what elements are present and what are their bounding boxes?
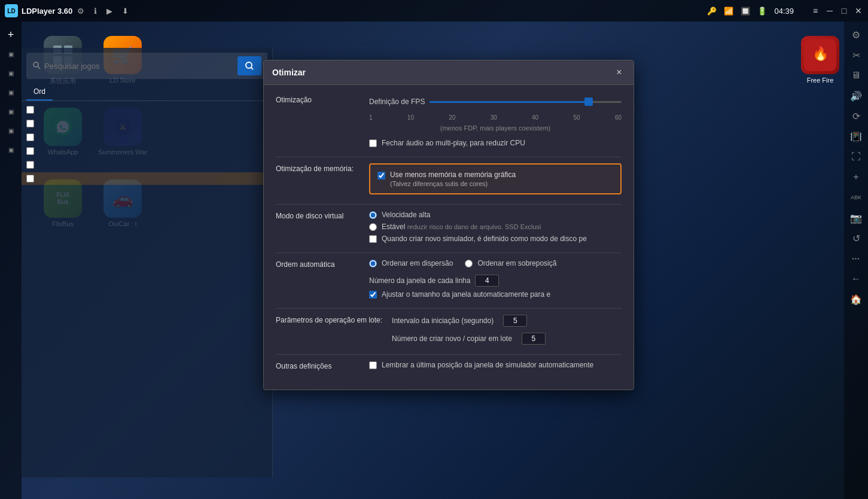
fps-tick-20: 20 (449, 114, 455, 121)
info-icon[interactable]: ℹ (94, 7, 97, 16)
right-icon-settings[interactable]: ⚙ (848, 26, 864, 43)
settings-icon[interactable]: ⚙ (77, 7, 84, 16)
modal-body: Otimização Definição de FPS 1 10 20 30 (264, 85, 634, 390)
right-icon-rotate[interactable]: ⟳ (848, 108, 864, 124)
search-icon (32, 61, 41, 71)
fps-label: Definição de FPS (369, 98, 425, 106)
right-icon-back[interactable]: ← (848, 270, 864, 287)
right-icon-capture[interactable]: 📷 (848, 209, 864, 226)
right-icon-fullscreen[interactable]: ⛶ (848, 148, 864, 165)
janela-input[interactable] (475, 275, 499, 287)
fps-setting-content: Definição de FPS 1 10 20 30 40 50 (369, 95, 622, 147)
dispersao-label: Ordenar em dispersão (382, 259, 453, 267)
estavel-radio[interactable] (369, 223, 377, 231)
search-bar (26, 53, 267, 79)
battery-icon: 🔋 (757, 7, 767, 16)
right-icon-cut[interactable]: ✂ (848, 47, 864, 63)
sidebar-item-3[interactable]: ▣ (2, 84, 19, 101)
sobreposicao-radio[interactable] (465, 260, 473, 267)
right-icon-screen[interactable]: 🖥 (848, 67, 864, 84)
right-icon-more[interactable]: ••• (848, 250, 864, 267)
intervalo-input[interactable] (503, 315, 527, 327)
right-icon-abk[interactable]: ABK (848, 189, 864, 206)
fps-setting-row: Otimização Definição de FPS 1 10 20 30 (276, 95, 622, 147)
freefire-icon: 🔥 (801, 36, 839, 74)
estavel-label: Estável reduzir risco do dano de arquivo… (382, 223, 541, 231)
sobreposicao-row: Ordenar em sobreposiçã (465, 259, 556, 267)
novo-sim-checkbox[interactable] (369, 235, 377, 243)
divider-4 (276, 308, 622, 309)
novo-sim-row: Quando criar novo simulador, é definido … (369, 235, 622, 243)
modal-title: Otimizar (272, 68, 306, 77)
sidebar-item-6[interactable]: ▣ (2, 141, 19, 158)
right-icon-volume[interactable]: 🔊 (848, 87, 864, 104)
desktop-icon-freefire[interactable]: 🔥 Free Fire (801, 36, 839, 84)
fps-thumb[interactable] (584, 98, 593, 106)
auto-label: Ajustar o tamanho da janela automaticame… (382, 290, 550, 299)
memoria-check-sublabel: (Talvez diferenças sutis de cores) (390, 180, 516, 187)
close-btn[interactable]: ✕ (854, 6, 863, 16)
dispersao-row: Ordenar em dispersão (369, 259, 453, 267)
sidebar-item-5[interactable]: ▣ (2, 122, 19, 139)
app-title: LDPlayer 3.60 (22, 7, 72, 16)
fps-track (430, 101, 622, 103)
lembrar-checkbox[interactable] (369, 361, 377, 369)
otimizar-modal: Otimizar × Otimização Definição de FPS 1 (263, 60, 634, 390)
top-bar: LD LDPlayer 3.60 ⚙ ℹ ▶ ⬇ 🔑 📶 🔲 🔋 04:39 ≡… (0, 0, 868, 22)
outras-setting-row: Outras definições Lembrar a última posiç… (276, 361, 622, 370)
download-icon[interactable]: ⬇ (122, 7, 129, 16)
panel-checkbox-4[interactable] (26, 147, 34, 155)
memoria-check-label: Use menos memória e memória gráfica (390, 171, 516, 179)
fps-note: (menos FDP, mais players coexistem) (369, 124, 622, 132)
window-controls: ≡ ─ □ ✕ (811, 6, 863, 16)
otimizacao-label: Otimização (276, 95, 360, 104)
panel-check-5 (22, 159, 272, 171)
modal-close-button[interactable]: × (613, 66, 625, 78)
panel-tabs: Ord (22, 84, 272, 101)
dispersao-radio[interactable] (369, 260, 377, 267)
panel-checkbox-5[interactable] (26, 161, 34, 169)
sidebar-item-1[interactable]: ▣ (2, 45, 19, 62)
numero-input[interactable] (522, 333, 546, 345)
panel-checkbox-3[interactable] (26, 133, 34, 141)
hamburger-btn[interactable]: ≡ (811, 6, 820, 16)
add-instance-btn[interactable]: + (2, 26, 19, 43)
minimize-btn[interactable]: ─ (825, 6, 835, 16)
velocidade-label: Velocidade alta (382, 211, 430, 219)
auto-checkbox[interactable] (369, 291, 377, 299)
panel-checkbox-1[interactable] (26, 106, 34, 114)
fps-slider-container (430, 95, 622, 109)
sidebar-item-4[interactable]: ▣ (2, 103, 19, 120)
audio-check-row: Fechar áudio ao multi-play, para reduzir… (369, 139, 622, 147)
ordem-radio-row: Ordenar em dispersão Ordenar em sobrepos… (369, 259, 622, 267)
panel-checkbox-2[interactable] (26, 120, 34, 127)
divider-1 (276, 157, 622, 157)
search-input[interactable] (44, 62, 237, 71)
right-icon-shake[interactable]: 📳 (848, 128, 864, 145)
panel-check-2 (22, 117, 272, 130)
right-icon-home[interactable]: 🏠 (848, 291, 864, 308)
memoria-checkbox[interactable] (377, 172, 385, 179)
play-icon[interactable]: ▶ (106, 7, 112, 16)
disco-setting-row: Modo de disco virtual Velocidade alta Es… (276, 211, 622, 243)
fps-tick-40: 40 (532, 114, 538, 121)
app-logo: LD LDPlayer 3.60 (5, 4, 72, 17)
outras-label: Outras definições (276, 361, 360, 370)
maximize-btn[interactable]: □ (839, 6, 849, 16)
audio-checkbox[interactable] (369, 139, 377, 147)
memoria-content: Use menos memória e memória gráfica (Tal… (369, 163, 622, 194)
panel-checkbox-6[interactable] (26, 175, 34, 182)
ordem-label: Ordem automática (276, 259, 360, 269)
parametros-content: Intervalo da iniciação (segundo) Número … (392, 315, 622, 345)
search-button[interactable] (237, 56, 261, 75)
divider-2 (276, 204, 622, 205)
panel-tab-ord[interactable]: Ord (26, 84, 53, 101)
freefire-label: Free Fire (807, 77, 834, 84)
right-icon-sync[interactable]: ↺ (848, 230, 864, 247)
right-icon-add[interactable]: + (848, 169, 864, 185)
mem-opt-text: Use menos memória e memória gráfica (Tal… (390, 171, 516, 187)
sidebar-item-2[interactable]: ▣ (2, 65, 19, 81)
velocidade-radio[interactable] (369, 211, 377, 219)
fps-fill (430, 101, 589, 103)
ordem-content: Ordenar em dispersão Ordenar em sobrepos… (369, 259, 622, 299)
